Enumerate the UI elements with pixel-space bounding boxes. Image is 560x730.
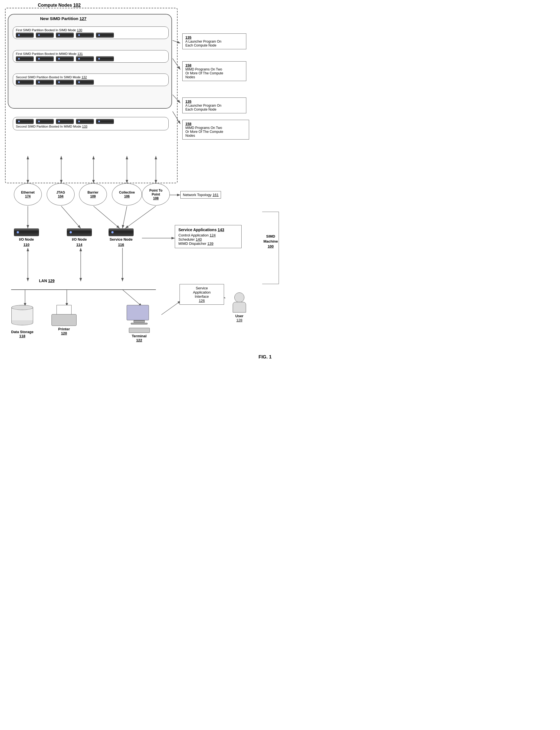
- terminal-base: [134, 320, 145, 322]
- node-icon: [76, 80, 94, 85]
- diagram: Compute Nodes 102 New SIMD Partition 127…: [0, 0, 280, 365]
- net-node-jtag: JTAG 104: [47, 183, 75, 205]
- partition-label-132: Second SIMD Partition Booted In SIMD Mod…: [16, 75, 166, 79]
- label-text-158b: MIMD Programs On Two Or More Of The Comp…: [185, 126, 246, 138]
- node-icon: [56, 119, 74, 124]
- net-node-barrier: Barrier 109: [79, 183, 107, 205]
- node-icons-133: [16, 119, 166, 124]
- fig-label: FIG. 1: [259, 354, 272, 360]
- printer: Printer 120: [51, 305, 77, 335]
- node-icon: [96, 119, 114, 124]
- label-box-135a: 135 A Launcher Program On Each Compute N…: [182, 33, 246, 49]
- node-icons-132: [16, 80, 166, 85]
- label-box-158b: 158 MIMD Programs On Two Or More Of The …: [182, 120, 249, 139]
- svg-line-26: [122, 290, 142, 306]
- user-head: [234, 292, 244, 302]
- svg-line-27: [161, 301, 181, 315]
- lan-label: LAN 129: [39, 278, 55, 283]
- hw-node-110: I/O Node 110: [14, 228, 39, 247]
- hw-label-110: I/O Node: [19, 237, 34, 241]
- node-icon: [16, 80, 34, 85]
- cyl-top: [11, 305, 33, 310]
- partition-label-133: Second SIMD Partition Booted In MIMD Mod…: [16, 125, 166, 128]
- partition-row-131: First SIMD Partition Booted In MIMD Mode…: [13, 50, 169, 63]
- partition-row-132: Second SIMD Partition Booted In SIMD Mod…: [13, 73, 169, 86]
- user-label: User: [235, 314, 244, 318]
- simd-machine-label: SIMD Machine 100: [263, 234, 278, 249]
- node-icon: [56, 80, 74, 85]
- service-apps-item-2: MIMD Dispatcher 139: [178, 241, 238, 246]
- ref-135b: 135: [185, 99, 243, 104]
- node-icon: [16, 119, 34, 124]
- partition-label-131: First SIMD Partition Booted In MIMD Mode…: [16, 52, 166, 55]
- svg-line-18: [125, 206, 156, 228]
- net-node-ethernet: Ethernet 174: [14, 183, 42, 205]
- user-silhouette: [231, 292, 248, 313]
- label-text-135b: A Launcher Program On Each Compute Node: [185, 104, 243, 111]
- hw-node-114: I/O Node 114: [67, 228, 92, 247]
- service-apps-item-1: Scheduler 140: [178, 237, 238, 241]
- user-figure: User 128: [231, 292, 248, 322]
- node-icon: [16, 56, 34, 61]
- hw-box-110: [14, 228, 39, 236]
- node-icon: [36, 33, 54, 38]
- hw-box-114: [67, 228, 92, 236]
- node-icon: [56, 56, 74, 61]
- terminal-screen: [127, 305, 149, 320]
- hw-ref-114: 114: [76, 242, 82, 247]
- terminal-keyboard: [129, 328, 150, 333]
- partition-label-130: First SIMD Partition Booted In SIMD Mode…: [16, 28, 166, 32]
- label-box-158a: 158 MIMD Programs On Two Or More Of The …: [182, 61, 246, 81]
- service-apps-box: Service Applications 143 Control Applica…: [175, 225, 242, 248]
- terminal-label: Terminal: [132, 334, 146, 338]
- node-icons-131: [16, 56, 166, 61]
- svg-line-16: [94, 206, 120, 228]
- partition-row-133: Second SIMD Partition Booted In MIMD Mod…: [13, 117, 169, 130]
- new-simd-label: New SIMD Partition 127: [39, 16, 88, 21]
- partition-row-130: First SIMD Partition Booted In SIMD Mode…: [13, 26, 169, 39]
- data-storage: Data Storage 118: [11, 305, 33, 338]
- printer-body: [51, 314, 77, 326]
- hw-ref-110: 110: [23, 242, 30, 247]
- terminal-ref: 122: [136, 338, 142, 342]
- hw-label-114: I/O Node: [72, 237, 87, 241]
- sai-box: Service Application Interface 126: [180, 284, 224, 305]
- node-icon: [96, 33, 114, 38]
- node-icon: [76, 33, 94, 38]
- label-text-135a: A Launcher Program On Each Compute Node: [185, 40, 243, 47]
- node-icon: [16, 33, 34, 38]
- ref-135a: 135: [185, 35, 243, 40]
- printer-ref: 120: [61, 331, 67, 335]
- terminal: Terminal 122: [127, 305, 152, 342]
- label-text-158a: MIMD Programs On Two Or More Of The Comp…: [185, 67, 243, 79]
- printer-label: Printer: [58, 327, 70, 331]
- node-icons-130: [16, 33, 166, 38]
- hw-ref-116: 116: [118, 242, 124, 247]
- service-apps-title: Service Applications 143: [178, 227, 238, 232]
- data-storage-label: Data Storage: [11, 330, 33, 334]
- printer-shape: [51, 305, 77, 326]
- hw-label-116: Service Node: [110, 237, 132, 241]
- ref-158a: 158: [185, 63, 243, 67]
- label-box-135b: 135 A Launcher Program On Each Compute N…: [182, 97, 246, 113]
- network-topology-box: Network Topology 161: [180, 191, 221, 198]
- net-node-collective: Collective 106: [112, 183, 142, 205]
- svg-line-15: [61, 206, 81, 228]
- data-storage-ref: 118: [19, 334, 25, 338]
- cylinder-shape: [11, 305, 33, 329]
- svg-line-17: [122, 206, 127, 228]
- service-apps-item-0: Control Application 124: [178, 233, 238, 237]
- user-body: [233, 302, 246, 312]
- ref-158b: 158: [185, 122, 246, 126]
- node-icon: [76, 119, 94, 124]
- user-ref: 128: [236, 318, 242, 322]
- node-icon: [56, 33, 74, 38]
- node-icon: [36, 56, 54, 61]
- node-icon: [96, 56, 114, 61]
- hw-node-116: Service Node 116: [109, 228, 134, 247]
- cyl-bottom: [11, 320, 33, 325]
- hw-box-116: [109, 228, 134, 236]
- net-node-p2p: Point To Point 108: [142, 183, 170, 205]
- node-icon: [36, 119, 54, 124]
- node-icon: [76, 56, 94, 61]
